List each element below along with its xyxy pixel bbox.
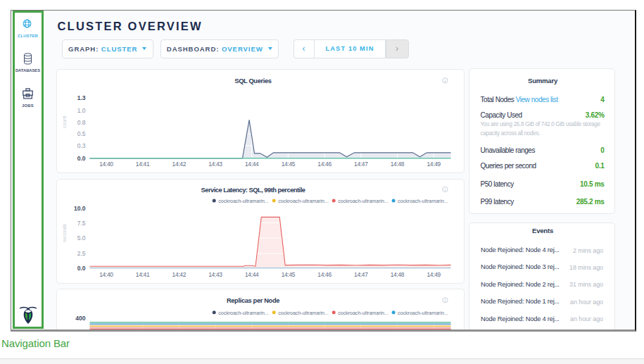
svg-text:cockroach-ultramarin...: cockroach-ultramarin... [278,199,329,203]
svg-text:cockroach-ultramarin...: cockroach-ultramarin... [278,310,329,315]
svg-text:SQL Queries: SQL Queries [234,77,271,84]
svg-text:5.0: 5.0 [77,234,86,241]
svg-text:cockroach-ultramarin...: cockroach-ultramarin... [338,199,389,203]
svg-text:0.5: 0.5 [77,130,86,137]
svg-text:14:47: 14:47 [354,161,368,168]
svg-text:14:49: 14:49 [427,271,441,278]
svg-text:1.3: 1.3 [77,94,86,101]
svg-text:cockroach-ultramarin...: cockroach-ultramarin... [338,310,389,315]
svg-text:Replicas per Node: Replicas per Node [227,296,279,303]
svg-text:14:41: 14:41 [136,161,150,168]
svg-text:10.0: 10.0 [74,205,86,212]
svg-text:cockroach-ultramarin...: cockroach-ultramarin... [218,310,269,315]
svg-text:14:40: 14:40 [99,161,113,168]
svg-text:1.0: 1.0 [77,107,86,114]
svg-text:14:42: 14:42 [172,161,187,168]
svg-text:cockroach-ultramarin...: cockroach-ultramarin... [398,310,448,315]
svg-text:14:43: 14:43 [208,271,222,278]
svg-text:14:41: 14:41 [136,271,150,278]
svg-text:14:48: 14:48 [391,271,405,278]
svg-text:cockroach-ultramarin...: cockroach-ultramarin... [218,199,269,203]
svg-text:14:44: 14:44 [245,271,259,278]
svg-text:14:43: 14:43 [208,161,222,168]
svg-text:14:46: 14:46 [317,161,332,168]
svg-text:14:40: 14:40 [99,271,113,278]
svg-text:seconds: seconds [62,223,67,242]
svg-text:14:42: 14:42 [172,271,187,278]
svg-text:14:44: 14:44 [245,161,259,168]
svg-text:400: 400 [75,314,85,321]
svg-text:7.5: 7.5 [77,220,86,227]
svg-text:14:47: 14:47 [354,271,368,278]
svg-text:14:48: 14:48 [391,161,405,168]
svg-text:14:49: 14:49 [427,161,441,168]
svg-text:14:45: 14:45 [282,271,296,278]
svg-text:0.0: 0.0 [77,155,86,162]
svg-text:0.8: 0.8 [77,119,86,126]
svg-text:14:45: 14:45 [282,161,296,168]
svg-text:count: count [62,116,67,128]
svg-text:Service Latency: SQL, 99th per: Service Latency: SQL, 99th percentile [201,187,305,194]
svg-text:0.0: 0.0 [77,265,86,272]
svg-text:0.3: 0.3 [77,142,86,149]
svg-text:2.5: 2.5 [77,250,86,257]
svg-text:14:46: 14:46 [317,271,332,278]
svg-text:cockroach-ultramarin...: cockroach-ultramarin... [398,199,448,203]
